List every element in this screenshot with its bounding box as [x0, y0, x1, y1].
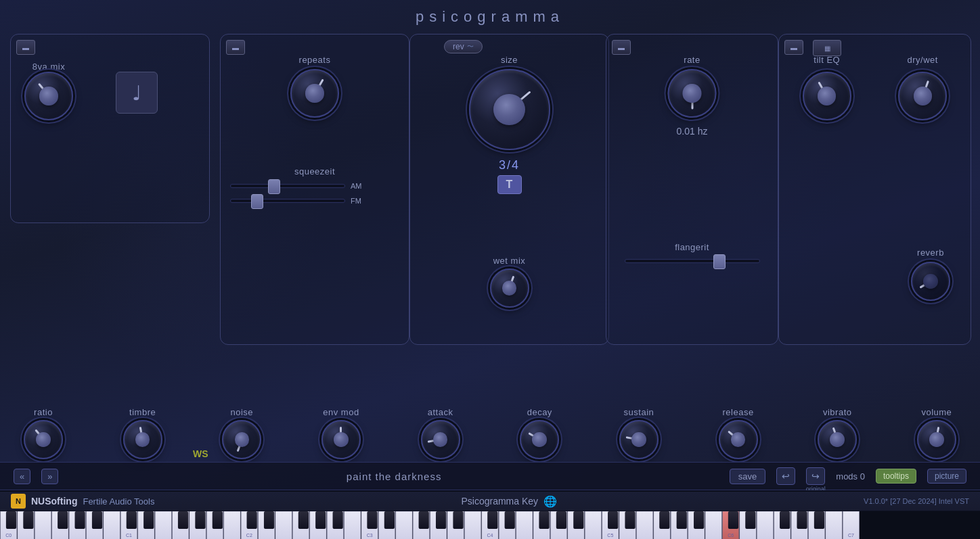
svg-rect-3 — [35, 511, 51, 539]
svg-rect-92 — [814, 511, 824, 529]
env-mod-knob-indicator — [340, 427, 342, 440]
music-note-icon[interactable]: ♩ — [116, 72, 158, 114]
undo-button[interactable]: ↩ — [776, 467, 795, 485]
attack-knob[interactable] — [421, 420, 460, 459]
bottom-knobs-row: ratio timbre noise WS env mod attac — [10, 407, 970, 459]
collapse-icon: ▬ — [22, 44, 29, 51]
wet-mix-knob[interactable] — [490, 268, 529, 308]
svg-rect-76 — [436, 511, 446, 529]
dry-wet-knob[interactable] — [898, 72, 947, 120]
8va-mix-knob-indicator — [38, 83, 50, 97]
noise-knob[interactable] — [222, 420, 261, 459]
decay-knob-indicator — [528, 432, 540, 440]
svg-rect-35 — [516, 511, 533, 539]
timbre-knob[interactable] — [123, 420, 162, 459]
svg-text:C2: C2 — [246, 533, 252, 538]
daw-bar: N NUSofting Fertile Audio Tools Psicogra… — [0, 490, 980, 539]
globe-icon[interactable]: 🌐 — [543, 495, 557, 508]
8va-mix-knob[interactable] — [24, 72, 73, 120]
rate-knob[interactable] — [668, 69, 717, 118]
nusofting-logo: N NUSofting Fertile Audio Tools — [11, 494, 154, 509]
svg-rect-85 — [659, 511, 669, 529]
tooltips-button[interactable]: tooltips — [876, 469, 916, 484]
svg-text:C4: C4 — [487, 533, 493, 538]
decay-knob[interactable] — [520, 420, 559, 459]
release-knob[interactable] — [719, 420, 758, 459]
prev-preset-button[interactable]: « — [14, 469, 30, 484]
attack-label: attack — [428, 407, 453, 417]
flangerit-slider-container — [616, 259, 768, 263]
rev-button[interactable]: rev 〜 — [444, 40, 483, 53]
env-mod-knob[interactable] — [321, 420, 361, 459]
size-label: size — [469, 55, 550, 65]
wet-mix-knob-wrapper — [490, 268, 529, 308]
vibrato-knob[interactable] — [818, 420, 857, 459]
timbre-knob-indicator — [139, 427, 143, 440]
dry-wet-knob-wrapper — [898, 72, 947, 120]
svg-rect-43 — [636, 511, 652, 539]
volume-knob[interactable] — [917, 420, 956, 459]
svg-rect-27 — [396, 511, 412, 539]
panel-right-collapse-button[interactable]: ▬ — [784, 40, 803, 55]
svg-rect-69 — [264, 511, 274, 529]
piano-svg[interactable]: C0C1C2C3C4C5C6C7 — [0, 511, 980, 539]
reverb-knob[interactable] — [911, 262, 950, 301]
tilt-eq-knob-wrapper — [803, 72, 851, 120]
repeats-label: repeats — [290, 55, 339, 65]
rev-button-label: rev — [453, 42, 464, 51]
version-text: V1.0.0* [27 Dec 2024] Intel VST — [864, 497, 969, 505]
dry-wet-label: dry/wet — [908, 55, 938, 65]
svg-rect-62 — [92, 511, 102, 529]
panel-delay-collapse-button[interactable]: ▬ — [226, 40, 245, 55]
svg-rect-31 — [464, 511, 481, 539]
svg-rect-70 — [298, 511, 309, 529]
vibrato-container: vibrato — [818, 407, 857, 459]
mods-display: mods 0 — [836, 471, 865, 482]
svg-rect-83 — [608, 511, 618, 529]
flangerit-slider-thumb[interactable] — [713, 254, 726, 269]
svg-rect-7 — [104, 511, 120, 539]
tilt-eq-knob[interactable] — [803, 72, 851, 120]
svg-rect-61 — [75, 511, 85, 529]
am-slider-thumb[interactable] — [268, 179, 280, 194]
next-preset-button[interactable]: » — [41, 469, 58, 484]
panel-flanger: ▬ rate 0.01 hz flangerit — [606, 34, 778, 345]
collapse-icon-right: ▬ — [790, 44, 797, 51]
am-slider-track[interactable] — [230, 184, 345, 188]
svg-rect-19 — [275, 511, 292, 539]
flangerit-slider-track[interactable] — [625, 259, 760, 263]
am-slider-container: AM — [230, 182, 399, 190]
reverb-knob-indicator — [919, 281, 931, 289]
fm-slider-thumb[interactable] — [251, 194, 263, 209]
ratio-container: ratio — [24, 407, 63, 459]
8va-mix-knob-wrapper — [24, 72, 73, 120]
svg-rect-64 — [143, 511, 154, 529]
save-button[interactable]: save — [730, 469, 765, 484]
reverb-knob-wrapper — [911, 262, 950, 301]
tempo-sync-button[interactable]: T — [497, 175, 522, 194]
env-mod-container: env mod — [321, 407, 361, 459]
release-container: release — [719, 407, 758, 459]
fm-slider-track[interactable] — [230, 199, 345, 203]
redo-button[interactable]: ↪ original — [806, 467, 825, 485]
repeats-knob[interactable] — [290, 69, 339, 118]
panel-right-effects: ▬ ▦ tilt EQ dry/wet — [778, 34, 971, 345]
panel-delay: ▬ repeats squeezeit AM — [220, 34, 409, 345]
grid-button[interactable]: ▦ — [813, 40, 841, 56]
panel-8va-collapse-button[interactable]: ▬ — [16, 40, 35, 55]
sustain-knob[interactable] — [619, 420, 659, 459]
svg-rect-72 — [333, 511, 343, 529]
decay-label: decay — [527, 407, 552, 417]
squeezeit-label: squeezeit — [230, 166, 399, 177]
vibrato-knob-indicator — [832, 427, 838, 440]
panel-flanger-collapse-button[interactable]: ▬ — [612, 40, 631, 55]
noise-label: noise — [231, 407, 254, 417]
size-knob[interactable] — [469, 69, 550, 150]
svg-rect-89 — [745, 511, 755, 529]
8va-mix-label: 8va mix — [24, 62, 73, 72]
rate-value: 0.01 hz — [606, 126, 778, 137]
picture-button[interactable]: picture — [927, 469, 966, 484]
volume-container: volume — [917, 407, 956, 459]
ratio-knob[interactable] — [24, 420, 63, 459]
ws-badge: WS — [193, 448, 208, 459]
